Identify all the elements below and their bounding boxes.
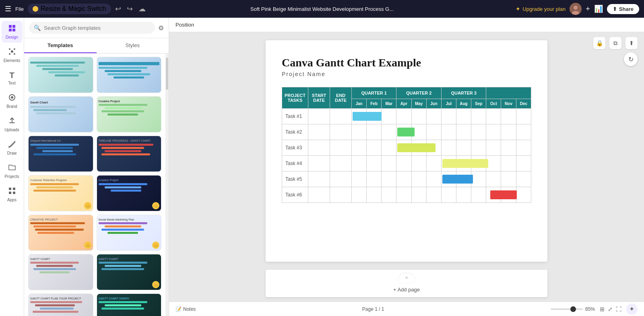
fullscreen-button[interactable]: ⛶ <box>616 306 621 312</box>
copy-button[interactable]: ⧉ <box>609 37 621 49</box>
month-may: May <box>411 99 426 109</box>
table-row: Task #6 <box>282 187 531 203</box>
zoom-slider-thumb[interactable] <box>570 306 576 312</box>
table-row: Task #2 <box>282 124 531 140</box>
month-jan: Jan <box>351 99 366 109</box>
month-mar: Mar <box>382 99 396 109</box>
template-card[interactable]: GANTT CHART PLAN YOUR PROJECT <box>28 293 93 316</box>
share-button[interactable]: ⬆ Share <box>607 4 639 14</box>
tab-styles[interactable]: Styles <box>97 38 169 53</box>
task-start-5 <box>308 171 330 187</box>
top-bar-right: ✦ Upgrade your plan + 📊 ⬆ Share <box>516 3 639 15</box>
sidebar-item-draw[interactable]: Draw <box>2 137 23 159</box>
svg-rect-3 <box>9 25 12 28</box>
svg-point-11 <box>14 53 15 55</box>
sidebar-item-text[interactable]: T Text <box>2 68 23 89</box>
file-menu[interactable]: File <box>15 6 24 12</box>
template-card[interactable]: Creative Project 👑 <box>97 175 162 211</box>
task-name-1: Task #1 <box>282 109 308 124</box>
task-start-6 <box>308 187 330 203</box>
template-card[interactable]: CREATIVE PROJECT 👑 <box>28 215 93 251</box>
search-box: 🔍 <box>29 22 155 34</box>
grid-view-button[interactable]: ⊞ <box>600 306 605 312</box>
svg-point-13 <box>11 96 13 99</box>
template-card[interactable]: TIMELINE PROGRESS - GANTT CHART <box>97 136 162 172</box>
cloud-save-icon[interactable]: ☁ <box>138 4 146 13</box>
canvas-tools: 🔒 ⧉ ⬆ <box>593 37 638 49</box>
upgrade-star-icon: ✦ <box>516 6 520 12</box>
apps-label: Apps <box>7 198 17 202</box>
sidebar-item-uploads[interactable]: Uploads <box>2 114 23 135</box>
table-row: Task #1 <box>282 109 531 124</box>
zoom-slider[interactable] <box>551 308 583 310</box>
task-name-5: Task #5 <box>282 171 308 187</box>
expand-button[interactable]: ⤢ <box>608 306 613 312</box>
magic-switch-label: Resize & Magic Switch <box>41 5 106 12</box>
template-card[interactable]: Customer Retention Program 👑 <box>28 175 93 211</box>
template-card[interactable]: Social Media Marketing Plan 👑 <box>97 215 162 251</box>
lock-button[interactable]: 🔒 <box>593 37 605 49</box>
upgrade-button[interactable]: ✦ Upgrade your plan <box>516 6 566 12</box>
analytics-icon[interactable]: 📊 <box>594 4 603 13</box>
filter-icon[interactable]: ⚙ <box>158 24 164 32</box>
panel-search-bar: 🔍 ⚙ <box>24 18 169 38</box>
avatar[interactable] <box>570 3 582 15</box>
notes-button[interactable]: 📝 Notes <box>175 306 196 312</box>
menu-icon[interactable]: ☰ <box>5 4 11 13</box>
svg-rect-4 <box>12 25 15 28</box>
template-card[interactable]: GANTT CHART <box>28 254 93 290</box>
export-button[interactable]: ⬆ <box>625 37 638 49</box>
svg-rect-16 <box>13 188 15 190</box>
month-nov: Nov <box>501 99 516 109</box>
template-card[interactable] <box>28 57 93 93</box>
add-collaborator-button[interactable]: + <box>586 5 590 13</box>
end-date-header: END DATE <box>330 87 352 109</box>
sidebar-item-elements[interactable]: Elements <box>2 44 23 66</box>
month-jun: Jun <box>426 99 441 109</box>
position-bar: Position <box>169 18 644 32</box>
sidebar-item-apps[interactable]: Apps <box>2 184 23 205</box>
uploads-icon <box>8 117 16 127</box>
crown-badge: 👑 <box>84 202 91 209</box>
canvas-area: Position 🔒 ⧉ ⬆ ↻ Canva Gantt Chart Examp… <box>169 18 644 316</box>
bar-cell-4-jul <box>441 156 456 171</box>
share-label: Share <box>619 6 634 12</box>
template-card[interactable]: Creative Project <box>97 96 162 132</box>
template-card[interactable] <box>97 57 162 93</box>
month-dec: Dec <box>516 99 531 109</box>
scrollbar-thumb[interactable] <box>166 58 168 90</box>
svg-point-10 <box>9 53 10 55</box>
template-card[interactable]: GANTT CHART GRAPH 👑 <box>97 293 162 316</box>
refresh-button[interactable]: ↻ <box>624 52 638 66</box>
template-card[interactable]: GANTT CHART 👑 <box>97 254 162 290</box>
svg-rect-15 <box>9 188 11 190</box>
sidebar-item-brand[interactable]: Brand <box>2 90 23 112</box>
scrollbar-track[interactable] <box>165 54 169 316</box>
template-card[interactable]: Glsyard International Co. <box>28 136 93 172</box>
sidebar-item-design[interactable]: Design <box>2 21 23 43</box>
bar-cell-2-apr <box>396 124 411 140</box>
add-page-button[interactable]: + Add page <box>393 287 420 293</box>
position-label: Position <box>175 22 194 28</box>
text-label: Text <box>8 81 15 85</box>
elements-icon <box>8 48 16 58</box>
top-bar: ☰ File Resize & Magic Switch ↩ ↪ ☁ Soft … <box>0 0 644 18</box>
quarter2-header: QUARTER 2 <box>396 87 442 99</box>
draw-icon <box>8 140 16 150</box>
tab-templates[interactable]: Templates <box>24 38 97 53</box>
sidebar-item-projects[interactable]: Projects <box>2 160 23 182</box>
pages-toggle[interactable]: ^ <box>399 274 414 283</box>
quarter3-header: QUARTER 3 <box>441 87 486 99</box>
elements-label: Elements <box>4 58 21 63</box>
redo-button[interactable]: ↪ <box>127 4 133 13</box>
gantt-title: Canva Gantt Chart Example <box>282 56 531 69</box>
apps-icon <box>8 187 16 197</box>
magic-assistant-button[interactable]: ✦ <box>626 304 638 315</box>
undo-button[interactable]: ↩ <box>115 4 121 13</box>
template-card[interactable]: Gantt Chart <box>28 96 93 132</box>
panel-tabs: Templates Styles <box>24 38 169 54</box>
search-input[interactable] <box>44 25 150 31</box>
magic-switch-button[interactable]: Resize & Magic Switch <box>28 4 111 14</box>
canvas-background[interactable]: 🔒 ⧉ ⬆ ↻ Canva Gantt Chart Example Projec… <box>169 32 644 302</box>
template-grid: Gantt Chart Creative Project <box>24 54 165 316</box>
